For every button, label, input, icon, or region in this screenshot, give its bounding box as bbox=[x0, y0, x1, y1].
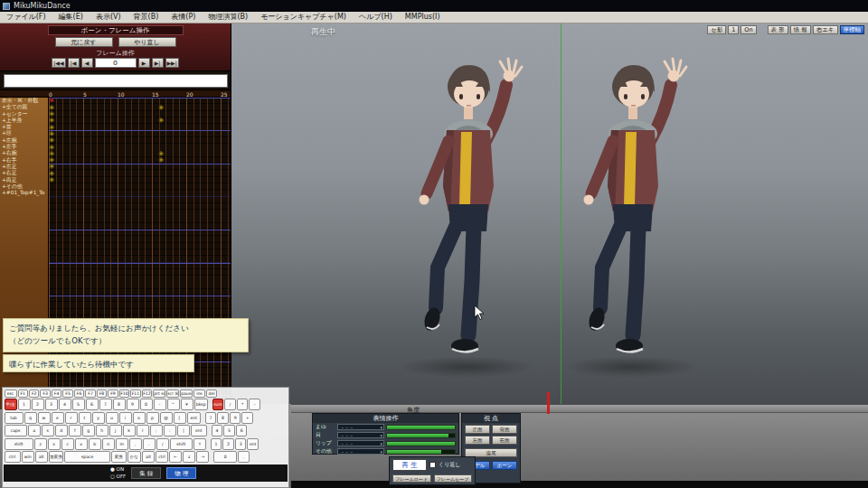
keyboard-key[interactable]: y bbox=[92, 412, 105, 424]
keyboard-key[interactable]: i bbox=[119, 412, 132, 424]
morph-dropdown[interactable]: －－－▾ bbox=[337, 448, 384, 455]
keyboard-key[interactable]: e bbox=[52, 412, 64, 424]
keyframe-diamond[interactable] bbox=[49, 105, 54, 110]
keyboard-key[interactable]: n bbox=[102, 438, 115, 450]
timeline-bone-row[interactable]: +左腕 bbox=[0, 137, 48, 144]
keyboard-key[interactable]: F3 bbox=[40, 389, 50, 398]
timeline-bone-row[interactable]: +両足 bbox=[0, 177, 48, 183]
keyframe-diamond[interactable] bbox=[49, 171, 54, 176]
keyboard-key[interactable]: ^ bbox=[167, 399, 180, 410]
keyboard-key[interactable]: k bbox=[123, 425, 136, 436]
keyboard-off-radio[interactable]: ○ OFF bbox=[110, 473, 126, 480]
keyboard-key[interactable]: bksp bbox=[194, 399, 208, 410]
keyboard-key[interactable]: alt bbox=[142, 451, 155, 463]
keyboard-key[interactable]: ↑ bbox=[193, 438, 206, 450]
keyboard-key[interactable]: F12 bbox=[142, 389, 152, 398]
keyboard-key[interactable]: d bbox=[55, 425, 68, 436]
keyboard-key[interactable]: → bbox=[196, 451, 209, 463]
keyboard-key[interactable]: 9 bbox=[127, 399, 139, 410]
keyboard-key[interactable]: j bbox=[109, 425, 122, 436]
view-btn-2[interactable]: 左面 bbox=[465, 436, 490, 445]
display-toggle-0[interactable]: 表 形 bbox=[768, 25, 788, 34]
frame-load-button[interactable]: フレームロード bbox=[392, 474, 431, 483]
keyboard-key[interactable]: F9 bbox=[108, 389, 118, 398]
keyboard-key[interactable]: F10 bbox=[119, 389, 129, 398]
menu-item-2[interactable]: 表示(V) bbox=[90, 12, 127, 23]
keyboard-key[interactable]: - bbox=[154, 399, 166, 410]
record-button[interactable]: 集 録 bbox=[131, 467, 161, 479]
keyboard-key[interactable]: F11 bbox=[130, 389, 140, 398]
keyboard-key[interactable]: F1 bbox=[18, 389, 28, 398]
keyboard-key[interactable]: F2 bbox=[29, 389, 39, 398]
keyboard-key[interactable]: 5 bbox=[72, 399, 85, 410]
keyboard-key[interactable]: ins bbox=[193, 389, 205, 398]
viewport-3d[interactable]: 再生中 セ影1On表 形情 報右エキ座標軸 bbox=[231, 23, 868, 404]
menu-item-4[interactable]: 表情(P) bbox=[165, 12, 202, 23]
keyboard-key[interactable]: l bbox=[137, 425, 149, 436]
keyboard-key[interactable]: alt bbox=[35, 451, 48, 463]
keyboard-key[interactable]: - bbox=[249, 399, 260, 410]
keyframe-diamond[interactable] bbox=[49, 131, 54, 136]
menu-item-0[interactable]: ファイル(F) bbox=[0, 12, 52, 23]
display-toggle-1[interactable]: 情 報 bbox=[790, 25, 811, 34]
keyboard-key[interactable]: 0 bbox=[213, 451, 238, 463]
redo-button[interactable]: やり直し bbox=[118, 37, 176, 47]
keyboard-key[interactable]: q bbox=[24, 412, 37, 424]
menu-item-7[interactable]: ヘルプ(H) bbox=[353, 12, 399, 23]
keyboard-key[interactable]: 8 bbox=[113, 399, 126, 410]
timeline-bone-row[interactable]: +全ての親 bbox=[0, 104, 48, 110]
keyframe-diamond[interactable] bbox=[49, 125, 54, 130]
keyframe-diamond[interactable] bbox=[49, 117, 54, 123]
keyframe-diamond[interactable] bbox=[49, 111, 54, 117]
bone-name-box[interactable] bbox=[4, 74, 228, 88]
keyboard-key[interactable]: + bbox=[241, 412, 253, 424]
keyboard-key[interactable]: ↓ bbox=[183, 451, 195, 463]
view-btn-0[interactable]: 正面 bbox=[465, 425, 490, 434]
keyboard-key[interactable]: ← bbox=[169, 451, 182, 463]
timeline-bone-row[interactable]: +右手 bbox=[0, 157, 48, 164]
display-toggle-2[interactable]: 右エキ bbox=[813, 25, 838, 34]
physics-button[interactable]: 物 理 bbox=[166, 467, 196, 479]
keyboard-key[interactable]: 8 bbox=[217, 412, 229, 424]
frame-next-key-button[interactable]: ▶| bbox=[152, 58, 164, 68]
timeline-bone-row[interactable]: +右腕 bbox=[0, 150, 48, 156]
shadow-toggle-1[interactable]: 1 bbox=[728, 25, 739, 34]
keyboard-key[interactable]: [ bbox=[174, 412, 186, 424]
keyboard-key[interactable]: 1 bbox=[211, 438, 222, 450]
keyboard-key[interactable]: @ bbox=[160, 412, 173, 424]
keyboard-key[interactable]: s bbox=[42, 425, 54, 436]
frame-number-input[interactable] bbox=[95, 58, 137, 68]
keyboard-key[interactable]: F7 bbox=[85, 389, 95, 398]
keyframe-diamond[interactable] bbox=[49, 145, 54, 150]
mode-btn-1[interactable]: ボーン bbox=[492, 461, 517, 470]
menu-item-5[interactable]: 物理演算(B) bbox=[202, 12, 254, 23]
frame-prev-key-button[interactable]: |◀ bbox=[68, 58, 80, 68]
keyframe-diamond[interactable] bbox=[49, 151, 54, 156]
keyboard-key[interactable]: h bbox=[96, 425, 108, 436]
title-bar[interactable]: MikuMikuDance bbox=[0, 0, 868, 12]
keyframe-diamond[interactable] bbox=[49, 157, 54, 163]
keyboard-key[interactable]: del bbox=[206, 389, 218, 398]
keyboard-key[interactable]: ¥ bbox=[181, 399, 193, 410]
keyboard-key[interactable]: ] bbox=[177, 425, 190, 436]
shadow-toggle-0[interactable]: セ影 bbox=[707, 25, 726, 34]
timeline-bone-row[interactable]: +右足 bbox=[0, 170, 48, 176]
keyboard-key[interactable]: 1 bbox=[18, 399, 31, 410]
keyboard-key[interactable]: 無変換 bbox=[49, 451, 64, 463]
shadow-toggle-2[interactable]: On bbox=[741, 25, 756, 34]
keyboard-key[interactable]: 6 bbox=[86, 399, 99, 410]
keyboard-key[interactable]: prt scr bbox=[153, 389, 165, 398]
frame-save-button[interactable]: フレームセーブ bbox=[434, 474, 473, 483]
keyboard-key[interactable]: win bbox=[22, 451, 34, 463]
keyboard-key[interactable]: 変換 bbox=[111, 451, 127, 463]
keyboard-key[interactable]: 6 bbox=[236, 425, 248, 436]
keyboard-key[interactable]: 5 bbox=[223, 425, 235, 436]
angle-strip[interactable]: 角度 bbox=[291, 404, 868, 413]
keyboard-key[interactable]: u bbox=[106, 412, 118, 424]
character-model-1[interactable] bbox=[400, 46, 535, 367]
keyboard-on-radio[interactable]: ● ON bbox=[110, 465, 126, 473]
keyboard-key[interactable]: かな bbox=[127, 451, 141, 463]
keyboard-key[interactable]: pause bbox=[180, 389, 193, 398]
menu-item-1[interactable]: 編集(E) bbox=[52, 12, 90, 23]
keyboard-key[interactable]: 7 bbox=[99, 399, 112, 410]
